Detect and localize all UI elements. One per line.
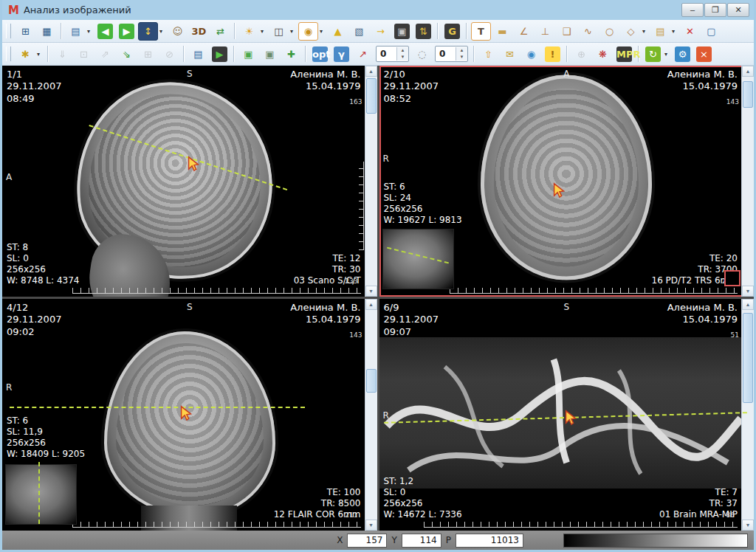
callout-annotation-button[interactable]: ❑ — [557, 22, 577, 41]
scroll-down-icon[interactable]: ▼ — [742, 520, 754, 531]
viewport-3[interactable]: 4/1229.11.200709:02 Аленина М. В.15.04.1… — [2, 299, 377, 531]
angle-measure-button[interactable]: ∠ — [514, 22, 534, 41]
compare-images-button[interactable]: ◫ — [269, 22, 289, 41]
previous-series-button[interactable]: ◀ — [95, 22, 115, 41]
3d-reconstruction-button[interactable]: 3D — [189, 22, 209, 41]
slice-params-overlay: ST: 6SL: 24256x256W: 19627 L: 9813 — [384, 182, 462, 226]
viewport-4[interactable]: 6/929.11.200709:07 Аленина М. В.15.04.19… — [379, 299, 755, 531]
screen-layout-button[interactable]: ⊞ — [16, 22, 35, 41]
roundness-value-increment-icon[interactable]: ▲ — [456, 47, 467, 54]
scroll-up-icon[interactable]: ▲ — [742, 66, 754, 77]
grid-2x2-layout-button[interactable]: ▦ — [37, 22, 57, 41]
zoom-tool-dropdown-icon[interactable]: ▾ — [320, 28, 326, 35]
series-layout-button[interactable]: ▤ — [66, 22, 86, 41]
scroll-up-icon[interactable]: ▲ — [742, 299, 754, 310]
cine-player-button[interactable]: ▶ — [210, 45, 230, 63]
histogram-button[interactable]: ↗ — [353, 45, 373, 63]
scroll-down-icon[interactable]: ▼ — [365, 520, 377, 531]
print-button[interactable]: ▣ — [238, 45, 258, 63]
freehand-roi-button[interactable]: ∿ — [578, 22, 598, 41]
ellipse-roi-button[interactable]: ○ — [599, 22, 619, 41]
series-layout-dropdown-icon[interactable]: ▾ — [87, 28, 94, 35]
scrollbar-thumb[interactable] — [743, 313, 753, 403]
delete-measurements-button[interactable]: ✕ — [680, 22, 700, 41]
minimize-button[interactable]: – — [681, 3, 704, 17]
export-images-button[interactable]: ⇧ — [478, 45, 498, 63]
burn-cd-button[interactable]: ◉ — [521, 45, 541, 63]
scrollbar-thumb[interactable] — [366, 78, 377, 114]
magnify-rect-button[interactable]: ▣ — [392, 22, 412, 41]
calibration-ruler-button[interactable]: ▤ — [650, 22, 670, 41]
close-panel-button[interactable]: × — [694, 45, 714, 63]
viewport-1[interactable]: 1/129.11.200708:49 Аленина М. В.15.04.19… — [2, 66, 377, 297]
scrollbar-track[interactable] — [742, 77, 754, 286]
print-add-button[interactable]: ✚ — [281, 45, 301, 63]
image-scrollbar[interactable]: ▲ ▼ — [741, 299, 754, 531]
image-scrollbar[interactable]: ▲ ▼ — [741, 66, 754, 297]
roundness-value-decrement-icon[interactable]: ▼ — [456, 54, 467, 61]
angle-value-decrement-icon[interactable]: ▼ — [397, 54, 408, 61]
horizontal-ruler — [424, 522, 738, 528]
zoom-tool-button[interactable]: ◉ — [298, 22, 318, 41]
save-selected-image-button[interactable]: ⇘ — [117, 45, 137, 63]
settings-button[interactable]: ⚙ — [673, 45, 693, 63]
refresh-icon: ↻ — [645, 46, 661, 62]
3d-reconstruction-icon: 3D — [191, 24, 207, 39]
fit-height-button[interactable]: ⇅ — [413, 22, 433, 41]
image-scrollbar[interactable]: ▲ ▼ — [365, 299, 377, 531]
maximize-button[interactable]: ❐ — [704, 3, 726, 17]
image-table-button[interactable]: ▤ — [188, 45, 208, 63]
print-layout-button[interactable]: ▣ — [260, 45, 280, 63]
cube-3d-roi-dropdown-icon[interactable]: ▾ — [642, 28, 649, 35]
key-protect-dropdown-icon[interactable]: ▾ — [37, 51, 44, 58]
scroll-up-icon[interactable]: ▲ — [365, 299, 377, 310]
next-series-button[interactable]: ▶ — [117, 22, 137, 41]
scrollbar-thumb[interactable] — [366, 369, 377, 393]
roundness-value-spinner[interactable]: 0▲▼ — [435, 46, 468, 62]
gamma-correction-button[interactable]: G — [442, 22, 462, 41]
save-selected-image-icon: ⇘ — [119, 46, 134, 62]
ruler-measure-button[interactable]: ▬ — [492, 22, 512, 41]
grayscale-gradient-bar — [563, 534, 748, 548]
pan-image-button[interactable]: → — [371, 22, 391, 41]
angle-value-spinner[interactable]: 0▲▼ — [376, 46, 409, 62]
localizer-window-button[interactable]: ▢ — [701, 22, 721, 41]
toolbar-separator — [473, 46, 475, 62]
mascot-button[interactable]: ❋ — [593, 45, 613, 63]
window-level-button[interactable]: ☀ — [239, 22, 259, 41]
cube-3d-roi-button[interactable]: ◇ — [621, 22, 641, 41]
scroll-down-icon[interactable]: ▼ — [365, 286, 377, 297]
scroll-down-icon[interactable]: ▼ — [742, 286, 754, 297]
angle-value-increment-icon[interactable]: ▲ — [397, 47, 408, 54]
circle-indicator-button[interactable]: ◌ — [412, 45, 432, 63]
refresh-dropdown-icon[interactable]: ▾ — [664, 51, 671, 58]
mip-pyramid-button[interactable]: ▲ — [328, 22, 348, 41]
image-scrollbar[interactable]: ▲ ▼ — [365, 66, 377, 297]
scroll-images-button[interactable]: ↕ — [138, 22, 158, 41]
scroll-up-icon[interactable]: ▲ — [365, 66, 377, 77]
close-button[interactable]: ✕ — [727, 3, 749, 17]
scrollbar-track[interactable] — [365, 77, 377, 286]
refresh-button[interactable]: ↻ — [643, 45, 663, 63]
text-annotation-button[interactable]: T — [471, 22, 491, 41]
window-opt-button[interactable]: opt — [310, 45, 330, 63]
notes-warning-button[interactable]: ! — [543, 45, 563, 63]
mpr-mode-button[interactable]: MPR — [614, 45, 634, 63]
compare-images-dropdown-icon[interactable]: ▾ — [290, 28, 297, 35]
scroll-images-dropdown-icon[interactable]: ▾ — [159, 28, 166, 35]
email-images-button[interactable]: ✉ — [500, 45, 520, 63]
window-gamma-button[interactable]: γ — [331, 45, 351, 63]
scrollbar-track[interactable] — [742, 310, 754, 520]
image-navigator-button[interactable]: ▧ — [349, 22, 369, 41]
link-series-button[interactable]: ⇄ — [210, 22, 230, 41]
scrollbar-track[interactable] — [365, 310, 377, 520]
key-protect-button[interactable]: ✱ — [16, 45, 35, 63]
zoom-tool-icon: ◉ — [300, 24, 316, 39]
scan-reference-line[interactable] — [10, 407, 305, 408]
scrollbar-thumb[interactable] — [743, 81, 753, 108]
patient-worklist-button[interactable]: ☺ — [168, 22, 188, 41]
perpendicular-measure-button[interactable]: ⊥ — [535, 22, 555, 41]
window-level-dropdown-icon[interactable]: ▾ — [261, 28, 267, 35]
calibration-ruler-dropdown-icon[interactable]: ▾ — [672, 28, 678, 35]
viewport-2-selected[interactable]: 2/1029.11.200708:52 Аленина М. В.15.04.1… — [379, 66, 755, 297]
